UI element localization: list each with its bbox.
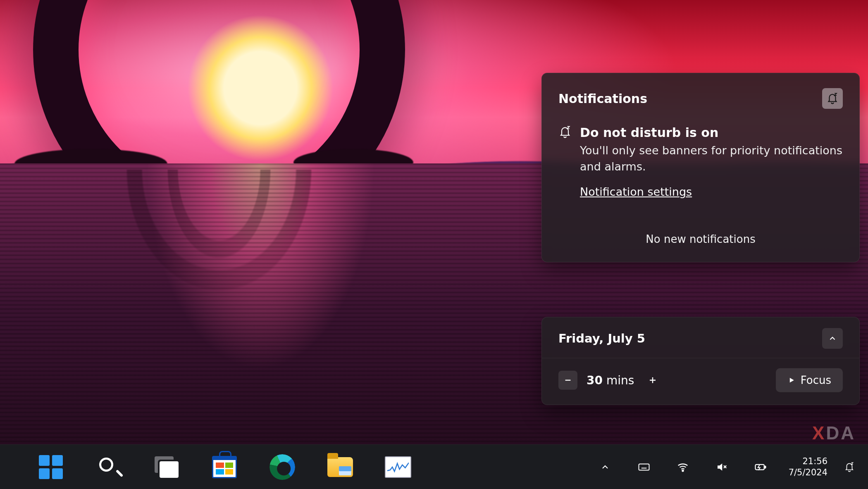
search-button[interactable]: [94, 453, 123, 482]
volume-mute-icon: [715, 461, 728, 473]
play-icon: [787, 376, 796, 384]
search-icon: [98, 456, 119, 478]
dnd-status-description: You'll only see banners for priority not…: [580, 142, 843, 175]
file-explorer-button[interactable]: [326, 453, 355, 482]
taskbar: 21:56 7/5/2024: [0, 444, 868, 489]
wifi-icon: [677, 461, 689, 473]
notifications-panel: Notifications Do not disturb is on You'l…: [541, 73, 860, 262]
microsoft-store-button[interactable]: [210, 453, 239, 482]
calendar-focus-panel: Friday, July 5 30 mins Focus: [541, 317, 860, 405]
battery-charging-icon: [754, 461, 767, 473]
calendar-collapse-button[interactable]: [822, 328, 843, 349]
watermark: XDA: [812, 423, 856, 443]
chevron-up-icon: [828, 334, 837, 343]
chevron-up-icon: [600, 462, 610, 472]
no-notifications-message: No new notifications: [558, 233, 843, 245]
minus-icon: [563, 376, 572, 385]
bell-snooze-icon: [558, 125, 572, 140]
taskbar-date: 7/5/2024: [789, 467, 827, 478]
bell-snooze-icon: [826, 92, 839, 105]
edge-browser-button[interactable]: [268, 453, 297, 482]
volume-button[interactable]: [708, 454, 735, 480]
input-indicator-button[interactable]: [631, 454, 657, 480]
focus-start-button[interactable]: Focus: [776, 368, 843, 392]
focus-duration-stepper: 30 mins: [558, 371, 662, 390]
dnd-status-title: Do not disturb is on: [580, 125, 843, 140]
task-view-button[interactable]: [152, 453, 181, 482]
resource-monitor-button[interactable]: [384, 453, 413, 482]
edge-icon: [269, 454, 295, 480]
windows-logo-icon: [39, 455, 63, 479]
plus-icon: [648, 375, 658, 385]
network-button[interactable]: [670, 454, 696, 480]
start-button[interactable]: [36, 453, 65, 482]
notifications-title: Notifications: [558, 91, 647, 106]
focus-duration-value: 30 mins: [587, 374, 634, 387]
notification-center-button[interactable]: [842, 462, 856, 472]
calendar-date-label: Friday, July 5: [558, 331, 645, 345]
notification-settings-link[interactable]: Notification settings: [580, 185, 843, 198]
focus-duration-decrease[interactable]: [558, 371, 577, 390]
folder-icon: [327, 457, 353, 477]
keyboard-icon: [638, 461, 650, 473]
svg-point-1: [682, 470, 683, 471]
taskbar-time: 21:56: [789, 456, 827, 467]
svg-rect-0: [639, 464, 649, 470]
battery-button[interactable]: [747, 454, 774, 480]
svg-rect-3: [765, 466, 766, 468]
do-not-disturb-toggle[interactable]: [822, 88, 843, 109]
bell-snooze-icon: [844, 462, 855, 472]
focus-duration-increase[interactable]: [643, 371, 662, 390]
clock-date-button[interactable]: 21:56 7/5/2024: [786, 453, 830, 480]
resource-monitor-icon: [385, 456, 411, 478]
task-view-icon: [155, 456, 179, 478]
tray-overflow-button[interactable]: [592, 454, 618, 480]
store-icon: [212, 456, 237, 478]
